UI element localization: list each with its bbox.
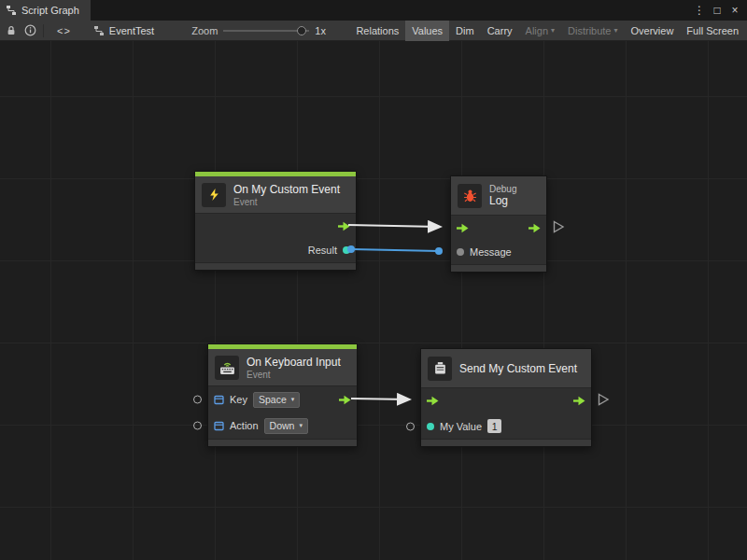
flow-wire-keyboard-to-send[interactable] <box>351 399 409 399</box>
run-triangle-icon <box>598 393 610 406</box>
node-subtitle: Event <box>233 197 340 207</box>
key-dropdown[interactable]: Space ▾ <box>253 392 300 408</box>
port-label-my-value: My Value <box>440 421 482 432</box>
node-header[interactable]: Send My Custom Event <box>421 349 591 388</box>
flow-port-row <box>421 388 591 413</box>
dim-button[interactable]: Dim <box>449 21 481 41</box>
action-dropdown[interactable]: Down ▾ <box>264 418 308 434</box>
node-debug-log[interactable]: Debug Log Message <box>450 175 547 273</box>
port-label-key: Key <box>230 394 247 405</box>
maximize-button[interactable]: □ <box>710 3 725 18</box>
zoom-slider[interactable] <box>223 21 309 41</box>
code-preview-button[interactable]: <> <box>48 21 80 41</box>
value-wire-result-to-message[interactable] <box>351 249 439 251</box>
my-value-input-field[interactable]: 1 <box>487 419 501 433</box>
node-title: On My Custom Event <box>233 183 340 196</box>
flow-port-row <box>195 214 356 238</box>
key-type-icon <box>214 395 224 405</box>
connection-wires <box>0 41 747 560</box>
value-port-row: Message <box>451 240 546 264</box>
unity-script-graph-window: Script Graph ⋮ □ × <> EventTest Zoom 1x <box>0 0 747 560</box>
close-button[interactable]: × <box>727 3 742 18</box>
action-input-port[interactable] <box>193 422 202 430</box>
bug-icon <box>458 184 482 208</box>
node-footer <box>421 439 591 446</box>
chevron-down-icon: ▾ <box>291 396 295 403</box>
values-button[interactable]: Values <box>405 21 449 41</box>
flow-output-port[interactable] <box>573 396 585 406</box>
toolbar-buttons: Relations Values Dim Carry Align▾ Distri… <box>349 21 745 41</box>
graph-name: EventTest <box>109 25 154 36</box>
node-on-keyboard-input[interactable]: On Keyboard Input Event Key Space ▾ <box>207 343 358 447</box>
toolbar-separator <box>43 24 44 37</box>
node-title: Send My Custom Event <box>459 362 577 375</box>
node-title: Log <box>489 194 516 207</box>
keyboard-icon <box>215 356 239 380</box>
full-screen-button[interactable]: Full Screen <box>680 21 745 41</box>
script-graph-icon <box>6 5 17 16</box>
tab-label: Script Graph <box>21 5 79 16</box>
flow-output-port[interactable] <box>338 221 350 231</box>
chevron-down-icon: ▾ <box>614 26 618 35</box>
flow-port-row <box>451 216 546 240</box>
window-controls: ⋮ □ × <box>692 0 747 21</box>
graph-asset-icon <box>93 25 105 36</box>
value-input-port-my-value[interactable] <box>427 423 434 430</box>
flow-input-port[interactable] <box>427 396 439 406</box>
chevron-down-icon: ▾ <box>299 422 303 429</box>
flow-input-port[interactable] <box>457 223 469 233</box>
graph-canvas[interactable]: On My Custom Event Event Result <box>0 41 747 560</box>
info-icon[interactable] <box>21 21 39 41</box>
zoom-label: Zoom <box>191 25 218 36</box>
action-port-row: Action Down ▾ <box>208 413 357 439</box>
flow-output-port[interactable] <box>339 395 351 405</box>
graph-reference[interactable]: EventTest <box>93 25 154 36</box>
node-subtitle: Event <box>247 370 341 380</box>
action-type-icon <box>214 421 224 431</box>
key-input-port[interactable] <box>193 396 202 404</box>
window-menu-button[interactable]: ⋮ <box>692 3 707 18</box>
lock-icon[interactable] <box>2 21 21 41</box>
node-supertitle: Debug <box>489 184 516 194</box>
value-input-port-message[interactable] <box>457 248 464 256</box>
run-triangle-icon <box>553 220 565 233</box>
node-footer <box>195 262 356 270</box>
my-value-input-port-outer[interactable] <box>406 422 415 430</box>
key-port-row: Key Space ▾ <box>208 386 357 413</box>
port-label-result: Result <box>308 245 337 256</box>
carry-button[interactable]: Carry <box>481 21 519 41</box>
node-footer <box>208 439 357 446</box>
distribute-button[interactable]: Distribute▾ <box>561 21 624 41</box>
tab-script-graph[interactable]: Script Graph <box>0 0 91 21</box>
window-tab-bar: Script Graph ⋮ □ × <box>0 0 747 21</box>
align-button[interactable]: Align▾ <box>519 21 561 41</box>
relations-button[interactable]: Relations <box>349 21 405 41</box>
port-label-message: Message <box>470 246 512 258</box>
chevron-down-icon: ▾ <box>551 26 555 35</box>
flow-output-port[interactable] <box>529 223 541 233</box>
node-header[interactable]: On Keyboard Input Event <box>208 349 357 386</box>
port-label-action: Action <box>230 420 259 431</box>
zoom-slider-knob[interactable] <box>297 26 306 35</box>
value-port-row: Result <box>195 238 356 262</box>
custom-event-icon <box>202 183 226 207</box>
node-header[interactable]: Debug Log <box>451 176 546 216</box>
value-port-row: My Value 1 <box>421 413 591 439</box>
node-on-my-custom-event[interactable]: On My Custom Event Event Result <box>194 171 357 271</box>
send-event-icon <box>428 357 452 381</box>
value-output-port-result[interactable] <box>343 246 350 254</box>
flow-wire-custom-event-to-log[interactable] <box>348 225 440 227</box>
node-send-my-custom-event[interactable]: Send My Custom Event My Value 1 <box>420 348 592 447</box>
node-title: On Keyboard Input <box>247 356 341 369</box>
node-header[interactable]: On My Custom Event Event <box>195 176 356 214</box>
wire-endpoint-dot <box>435 247 443 255</box>
node-footer <box>451 264 546 272</box>
graph-toolbar: <> EventTest Zoom 1x Relations Values Di… <box>0 21 747 41</box>
overview-button[interactable]: Overview <box>625 21 681 41</box>
zoom-value: 1x <box>315 25 326 36</box>
